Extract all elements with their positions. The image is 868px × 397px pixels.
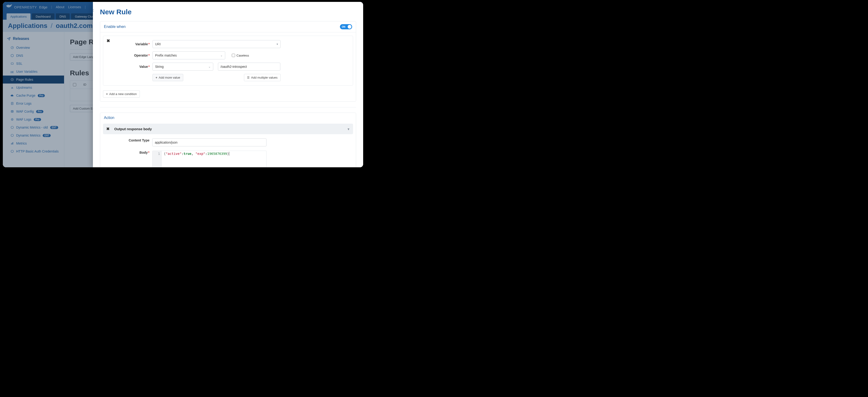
enable-when-label: Enable when	[104, 25, 126, 29]
variable-select[interactable]: URI ▾	[153, 40, 281, 48]
modal-title: New Rule	[100, 8, 356, 16]
add-more-value-button[interactable]: Add more value	[153, 74, 183, 81]
action-section: Action ✖ Output response body ▾ Content …	[100, 113, 356, 167]
value-input[interactable]	[218, 63, 280, 71]
action-type-bar[interactable]: ✖ Output response body ▾	[103, 124, 353, 134]
content-type-input[interactable]	[152, 139, 267, 146]
chevron-down-icon: ⌄	[220, 54, 223, 57]
plus-icon	[156, 76, 157, 79]
chevron-down-icon: ▾	[348, 127, 349, 131]
plus-icon	[106, 92, 108, 96]
remove-condition-icon[interactable]: ✖	[106, 38, 110, 43]
new-rule-modal: × New Rule Enable when ON ✖ Variable* UR…	[93, 2, 363, 167]
add-condition-button[interactable]: Add a new condition	[103, 90, 140, 98]
caseless-label: Caseless	[237, 54, 249, 57]
body-label: Body*	[112, 151, 152, 154]
operator-label: Operator*	[117, 54, 153, 57]
close-icon[interactable]: ×	[93, 7, 96, 13]
gutter: 1	[153, 151, 162, 167]
body-editor[interactable]: 1 {"active":true, "exp":1965876399}	[152, 151, 267, 167]
content-type-label: Content Type	[112, 139, 152, 142]
enable-when-section: Enable when ON ✖ Variable* URI ▾	[100, 21, 356, 101]
condition-block: ✖ Variable* URI ▾ Operator* Prefix	[103, 36, 353, 86]
operator-select[interactable]: Prefix matches ⌄	[153, 51, 225, 59]
chevron-down-icon: ⌄	[208, 65, 211, 68]
chevron-down-icon: ▾	[277, 42, 278, 46]
list-icon	[247, 76, 250, 79]
action-heading: Action	[104, 116, 114, 120]
variable-label: Variable*	[117, 42, 153, 46]
code-text[interactable]: {"active":true, "exp":1965876399}	[162, 151, 231, 167]
value-label: Value*	[117, 65, 153, 68]
caseless-checkbox[interactable]	[232, 54, 235, 57]
remove-action-icon[interactable]: ✖	[106, 126, 110, 131]
enable-toggle[interactable]: ON	[340, 24, 352, 29]
add-multiple-values-button[interactable]: Add multiple values	[244, 74, 281, 81]
value-type-select[interactable]: String ⌄	[153, 63, 213, 71]
